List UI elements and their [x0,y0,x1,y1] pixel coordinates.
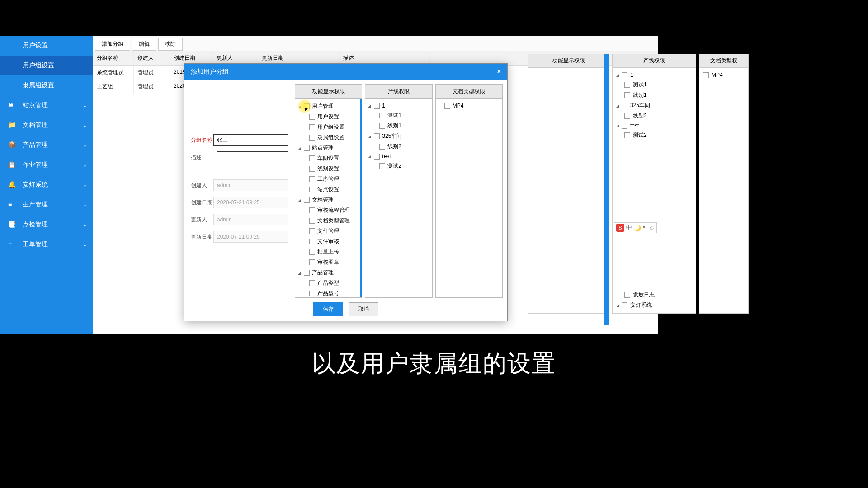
sidebar-item-production-mgmt[interactable]: ≡生产管理⌄ [0,195,93,215]
tree-node[interactable]: MP4 [701,70,746,80]
tree-node[interactable]: 测试1 [614,80,694,90]
checkbox[interactable] [374,133,380,139]
checkbox[interactable] [309,176,315,182]
collapse-icon[interactable]: ◢ [297,198,302,202]
tree-node[interactable]: 用户设置 [297,112,358,122]
tree-node[interactable]: ◢1 [614,70,694,80]
close-icon[interactable]: × [497,68,501,76]
tree-node[interactable]: 测试1 [367,110,430,121]
checkbox[interactable] [309,124,315,130]
checkbox[interactable] [309,280,315,286]
collapse-icon[interactable]: ◢ [616,103,622,108]
checkbox[interactable] [374,154,380,160]
checkbox[interactable] [309,114,315,120]
checkbox[interactable] [624,132,630,138]
checkbox[interactable] [622,123,627,129]
tree-node[interactable]: 线别设置 [297,164,358,174]
checkbox[interactable] [309,135,315,141]
tree-node[interactable]: 测试2 [367,161,430,171]
checkbox[interactable] [309,218,315,224]
checkbox[interactable] [703,72,709,78]
sidebar-item-job-mgmt[interactable]: 📋作业管理⌄ [0,155,93,175]
sidebar-item-site-mgmt[interactable]: 🖥站点管理⌄ [0,95,93,115]
tree-node[interactable]: ◢站点管理 [297,143,358,153]
sidebar-item-user-settings[interactable]: 用户设置 [0,36,93,56]
checkbox[interactable] [379,163,385,169]
checkbox[interactable] [624,92,630,98]
checkbox[interactable] [309,207,315,213]
checkbox[interactable] [624,82,630,88]
tree-node[interactable]: 用户组设置 [297,122,358,132]
tree-node[interactable]: 文件审核 [297,236,358,247]
remove-button[interactable]: 移除 [158,38,183,51]
group-name-input[interactable] [213,134,288,146]
checkbox[interactable] [304,197,310,203]
checkbox[interactable] [444,103,450,109]
collapse-icon[interactable]: ◢ [367,134,372,139]
tree-node[interactable]: 文档类型管理 [297,216,358,226]
sidebar-item-workorder-mgmt[interactable]: ≡工单管理⌄ [0,235,93,254]
ime-punct[interactable]: °, [643,225,647,231]
checkbox[interactable] [379,123,385,129]
face-icon[interactable]: ☺ [649,225,655,231]
cancel-button[interactable]: 取消 [349,302,378,316]
collapse-icon[interactable]: ◢ [616,123,622,128]
scrollbar[interactable] [604,54,609,325]
tree-node[interactable]: 线别2 [367,141,430,152]
tree-node[interactable]: ◢325车间 [367,131,430,141]
desc-input[interactable] [217,151,288,174]
sidebar-item-subgroup-settings[interactable]: 隶属组设置 [0,75,93,95]
moon-icon[interactable]: 🌙 [634,225,641,231]
checkbox[interactable] [379,113,385,118]
edit-button[interactable]: 编辑 [132,38,156,51]
tree-node[interactable]: MP4 [438,101,500,110]
checkbox[interactable] [622,302,627,308]
checkbox[interactable] [622,72,627,78]
checkbox[interactable] [309,155,315,161]
sidebar-item-product-mgmt[interactable]: 📦产品管理⌄ [0,135,93,155]
collapse-icon[interactable]: ◢ [616,303,622,308]
tree-node[interactable]: ◢1 [367,101,430,110]
tree-node[interactable]: ◢test [367,152,430,161]
tree-node[interactable]: 产品型号 [297,288,358,297]
checkbox[interactable] [309,259,315,265]
tree-node[interactable]: 批量上传 [297,247,358,257]
tree-node[interactable]: 审核图章 [297,257,358,267]
sidebar-item-andon[interactable]: 🔔安灯系统⌄ [0,175,93,195]
modal-titlebar[interactable]: 添加用户分组 × [184,64,507,80]
checkbox[interactable] [309,166,315,172]
tree-node[interactable]: 线别1 [367,121,430,131]
sidebar-item-doc-mgmt[interactable]: 📁文档管理⌄ [0,115,93,135]
collapse-icon[interactable]: ◢ [367,154,372,159]
tree-node[interactable]: 文件管理 [297,226,358,236]
checkbox[interactable] [309,291,315,296]
checkbox[interactable] [309,228,315,234]
tree-node[interactable]: 发放日志 [614,290,694,300]
checkbox[interactable] [304,270,310,276]
tree-node[interactable]: 产品类型 [297,278,358,288]
tree-node[interactable]: 测试2 [614,130,694,141]
tree-node[interactable]: ◢325车间 [614,100,694,111]
checkbox[interactable] [379,144,385,150]
checkbox[interactable] [622,103,627,108]
checkbox[interactable] [374,103,380,109]
sidebar-item-usergroup-settings[interactable]: 用户组设置 [0,56,93,75]
checkbox[interactable] [309,187,315,192]
save-button[interactable]: 保存 [313,302,343,316]
ime-toolbar[interactable]: S 中 🌙 °, ☺ [614,222,657,233]
tree-node[interactable]: 工序管理 [297,174,358,184]
collapse-icon[interactable]: ◢ [297,271,302,275]
add-group-button[interactable]: 添加分组 [95,38,130,51]
checkbox[interactable] [624,113,630,119]
sidebar-item-inspect-mgmt[interactable]: 📑点检管理⌄ [0,215,93,235]
collapse-icon[interactable]: ◢ [297,146,302,150]
checkbox[interactable] [624,292,630,298]
collapse-icon[interactable]: ◢ [616,73,622,77]
tree-node[interactable]: ◢产品管理 [297,267,358,278]
tree-node[interactable]: 隶属组设置 [297,132,358,143]
tree-node[interactable]: ◢文档管理 [297,195,358,205]
tree-node[interactable]: 审核流程管理 [297,205,358,216]
collapse-icon[interactable]: ◢ [367,103,372,108]
tree-node[interactable]: ◢test [614,121,694,130]
tree-node[interactable]: 站点设置 [297,184,358,195]
